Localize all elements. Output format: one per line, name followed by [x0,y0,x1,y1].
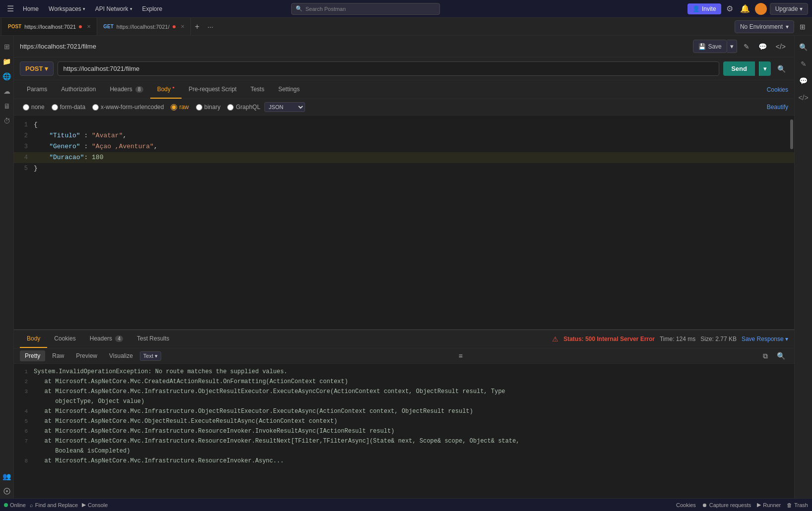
tab-url: https://localhost:7021/ [117,24,170,30]
nav-home[interactable]: Home [19,3,43,14]
tab-params[interactable]: Params [20,81,54,99]
send-button[interactable]: Send [723,61,755,76]
cookies-button[interactable]: Cookies [676,502,696,508]
online-status[interactable]: Online [4,502,26,508]
svg-point-1 [6,490,8,492]
sidebar-icon-monitor[interactable]: 🖥 [0,99,14,113]
method-badge: GET [103,24,114,29]
tab-pre-request[interactable]: Pre-request Script [182,81,244,99]
filter-icon[interactable]: ≡ [455,351,465,361]
right-icon-comment[interactable]: 💬 [796,73,811,88]
save-icon: 💾 [698,43,706,50]
find-replace-icon: ⌕ [30,502,33,508]
sidebar-icon-collections[interactable]: 📁 [0,55,14,68]
request-body-editor[interactable]: 1 { 2 "Titulo" : "Avatar", 3 "Genero" : … [14,115,794,330]
response-tab-cookies[interactable]: Cookies [47,330,82,348]
capture-requests-button[interactable]: ⏺ Capture requests [702,502,751,508]
runner-button[interactable]: ▶ Runner [757,502,781,508]
status-error-icon: ⚠ [552,335,559,343]
avatar[interactable] [755,3,767,15]
url-input[interactable] [58,61,719,76]
sidebar-icon-teams[interactable]: 👥 [0,469,14,483]
right-icon-search[interactable]: 🔍 [796,40,811,55]
close-tab-icon[interactable]: ✕ [87,24,91,29]
method-select[interactable]: POST ▾ [20,61,54,76]
tab-headers[interactable]: Headers 8 [103,81,150,99]
upgrade-button[interactable]: Upgrade ▾ [770,3,808,15]
info-icon[interactable]: 🔍 [775,62,788,75]
code-line: 3 "Genero" : "Açao ,Aventura", [14,141,794,152]
right-icon-code[interactable]: </> [796,90,811,105]
save-button[interactable]: 💾 Save [693,40,727,53]
url-bar: POST ▾ Send ▾ 🔍 [14,57,794,80]
tab-authorization[interactable]: Authorization [54,81,103,99]
text-format-select[interactable]: Text ▾ [140,351,161,361]
editor-scrollbar[interactable] [790,119,793,149]
nav-api-network[interactable]: API Network ▾ [91,3,136,14]
tab-tests[interactable]: Tests [244,81,271,99]
more-tabs-button[interactable]: ··· [203,21,217,33]
console-button[interactable]: ▶ Console [82,502,108,508]
response-tab-body[interactable]: Body [20,330,47,348]
copy-icon[interactable]: ⧉ [760,351,771,361]
tab-settings[interactable]: Settings [271,81,307,99]
online-dot [4,503,8,507]
chevron-down-icon: ▾ [130,6,132,11]
sidebar-icon-environments[interactable]: 🌐 [0,69,14,83]
code-icon[interactable]: </> [773,40,788,53]
send-dropdown-button[interactable]: ▾ [759,61,771,76]
tab-post[interactable]: POST https://localhost:7021 ✕ [2,18,97,35]
beautify-button[interactable]: Beautify [767,104,788,111]
notification-icon[interactable]: 🔔 [738,2,752,15]
hamburger-menu[interactable]: ☰ [4,2,17,15]
body-type-binary[interactable]: binary [193,102,224,112]
nav-workspaces[interactable]: Workspaces ▾ [45,3,89,14]
search-bar[interactable]: 🔍 Search Postman [291,3,440,15]
body-type-form-data[interactable]: form-data [49,102,88,112]
format-tab-visualize[interactable]: Visualize [104,350,138,361]
environment-selector[interactable]: No Environment ▾ [735,20,794,33]
response-line: 2 at Microsoft.AspNetCore.Mvc.CreatedAtA… [14,377,794,387]
trash-button[interactable]: 🗑 Trash [787,502,808,508]
search-response-icon[interactable]: 🔍 [774,351,788,361]
settings-icon[interactable]: ⚙ [724,2,735,15]
response-tab-headers[interactable]: Headers 4 [83,330,130,348]
tab-url: https://localhost:7021 [24,24,76,30]
code-content: 1 { 2 "Titulo" : "Avatar", 3 "Genero" : … [14,115,794,178]
format-tab-pretty[interactable]: Pretty [20,350,45,361]
save-response-button[interactable]: Save Response ▾ [742,336,788,342]
right-icon-edit[interactable]: ✎ [796,57,811,71]
save-dropdown-button[interactable]: ▾ [727,40,737,53]
body-format-select[interactable]: JSON Text JavaScript HTML XML [264,102,305,112]
sidebar-icon-history[interactable]: ⏱ [0,114,14,128]
body-type-urlencoded[interactable]: x-www-form-urlencoded [89,102,167,112]
body-type-graphql[interactable]: GraphQL [224,102,263,112]
tab-body[interactable]: Body ● [150,80,182,99]
environment-settings-icon[interactable]: ⊞ [797,20,808,33]
nav-explore[interactable]: Explore [138,3,167,14]
tabs-bar: POST https://localhost:7021 ✕ GET https:… [0,18,812,36]
unsaved-dot [173,25,176,28]
comment-icon[interactable]: 💬 [756,40,769,53]
response-size: Size: 2.77 KB [700,336,737,342]
add-tab-button[interactable]: + [191,20,203,33]
cookies-link[interactable]: Cookies [767,81,788,98]
sidebar-icon-mock[interactable]: ☁ [0,84,14,98]
body-type-none[interactable]: none [20,102,48,112]
invite-button[interactable]: 👤 Invite [687,3,721,14]
sidebar-icon-api[interactable]: ⊞ [0,40,14,54]
sidebar-icon-settings[interactable] [0,484,14,498]
request-header: https://localhost:7021/filme 💾 Save ▾ ✎ … [14,36,794,57]
response-tab-test-results[interactable]: Test Results [130,330,176,348]
body-type-raw[interactable]: raw [168,102,191,112]
edit-icon[interactable]: ✎ [741,40,752,53]
capture-icon: ⏺ [702,502,707,508]
close-tab-icon[interactable]: ✕ [181,24,185,29]
response-line: 5 at Microsoft.AspNetCore.Mvc.ObjectResu… [14,416,794,426]
left-sidebar: ⊞ 📁 🌐 ☁ 🖥 ⏱ 👥 [0,36,14,498]
format-tab-raw[interactable]: Raw [47,350,69,361]
response-line: objectType, Object value) [14,397,794,406]
find-replace-button[interactable]: ⌕ Find and Replace [30,502,78,508]
format-tab-preview[interactable]: Preview [71,350,102,361]
tab-get[interactable]: GET https://localhost:7021/ ✕ [97,18,191,35]
